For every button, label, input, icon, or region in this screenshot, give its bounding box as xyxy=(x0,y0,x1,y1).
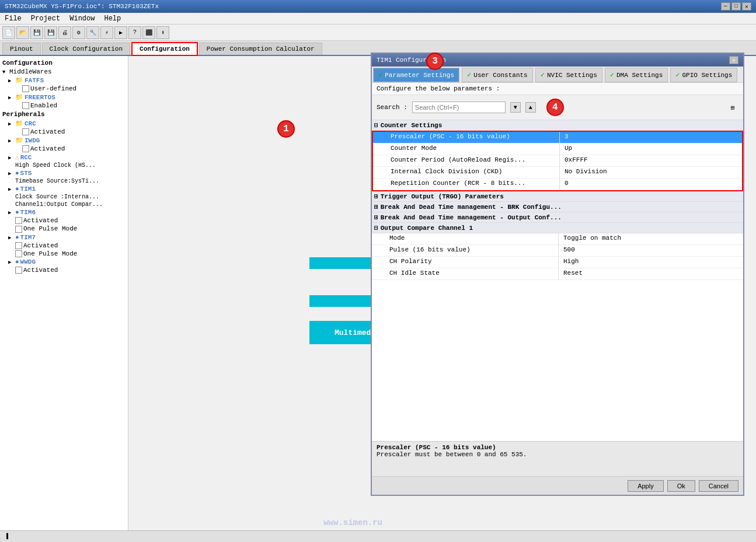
tree-freertos-enabled[interactable]: Enabled xyxy=(0,102,128,110)
ok-button[interactable]: Ok xyxy=(667,480,695,492)
param-row-counter-mode[interactable]: Counter Mode Up xyxy=(373,144,742,155)
tree-tim7[interactable]: ▶●TIM7 xyxy=(0,233,128,242)
param-value-pulse[interactable]: 500 xyxy=(559,245,743,256)
toolbar-open[interactable]: 📂 xyxy=(16,26,29,39)
counter-expand-icon: ⊟ xyxy=(374,121,378,129)
param-value-counter-period[interactable]: 0xFFFF xyxy=(560,155,742,166)
param-value-ch-idle[interactable]: Reset xyxy=(559,268,743,279)
param-row-prescaler[interactable]: Prescaler (PSC - 16 bits value) 3 xyxy=(373,132,742,144)
param-row-mode[interactable]: Mode Toggle on match xyxy=(372,233,743,245)
grid-icon[interactable]: ⊞ xyxy=(727,102,738,113)
tree-wwdg[interactable]: ▶●WWDG xyxy=(0,258,128,266)
tab-power[interactable]: Power Consumption Calculator xyxy=(199,43,322,55)
param-value-mode[interactable]: Toggle on match xyxy=(559,233,743,244)
tree-tim1-channel: Channel1:Output Compar... xyxy=(0,201,128,208)
search-up-btn[interactable]: ▲ xyxy=(525,102,536,113)
param-name-counter-period: Counter Period (AutoReload Regis... xyxy=(373,155,560,166)
param-value-clock-div[interactable]: No Division xyxy=(560,167,742,178)
bottom-bar: ▐ xyxy=(0,530,756,542)
break-dead-time1-header[interactable]: ⊞ Break And Dead Time management - BRK C… xyxy=(372,202,743,212)
param-row-pulse[interactable]: Pulse (16 bits value) 500 xyxy=(372,245,743,257)
param-value-ch-polarity[interactable]: High xyxy=(559,257,743,268)
param-name-counter-mode: Counter Mode xyxy=(373,144,560,155)
tab-dma-settings[interactable]: ✓ DMA Settings xyxy=(605,68,668,82)
tim1-dialog: TIM1 Configuration ✕ ✓ Parameter Setting… xyxy=(371,53,744,496)
toolbar-btn6[interactable]: 🔧 xyxy=(86,26,99,39)
tab-configuration[interactable]: Configuration xyxy=(131,42,198,56)
tree-rcc[interactable]: ▶⚠RCC xyxy=(0,153,128,162)
tab-nvic-settings[interactable]: ✓ NVIC Settings xyxy=(535,68,602,82)
tree-freertos[interactable]: ▶📁FREERTOS xyxy=(0,93,128,102)
tree-sts[interactable]: ▶●STS xyxy=(0,169,128,177)
toolbar-new[interactable]: 📄 xyxy=(2,26,15,39)
output-compare-header[interactable]: ⊟ Output Compare Channel 1 xyxy=(372,223,743,233)
search-label: Search : xyxy=(377,104,407,111)
tree-tim6[interactable]: ▶●TIM6 xyxy=(0,208,128,216)
annotation-1: 1 xyxy=(277,120,295,138)
menu-help[interactable]: Help xyxy=(99,13,126,24)
bdt1-expand-icon: ⊞ xyxy=(374,203,378,211)
tree-iwdg[interactable]: ▶📁IWDG xyxy=(0,136,128,145)
tree-crc-activated[interactable]: Activated xyxy=(0,128,128,136)
toolbar-btn5[interactable]: ⚙ xyxy=(72,26,85,39)
tree-wwdg-activated[interactable]: Activated xyxy=(0,266,128,274)
dialog-status: Prescaler (PSC - 16 bits value) Prescale… xyxy=(372,441,743,476)
param-value-prescaler[interactable]: 3 xyxy=(560,132,742,143)
search-down-btn[interactable]: ▼ xyxy=(510,102,521,113)
tree-rcc-hsc: High Speed Clock (HS... xyxy=(0,162,128,169)
tab-user-constants[interactable]: ✓ User Constants xyxy=(462,68,533,82)
cancel-button[interactable]: Cancel xyxy=(699,480,738,492)
menu-project[interactable]: Project xyxy=(26,13,65,24)
toolbar-btn7[interactable]: ⚡ xyxy=(100,26,113,39)
toolbar-btn9[interactable]: ? xyxy=(128,26,141,39)
tree-middlewares[interactable]: ▼MiddleWares xyxy=(0,68,128,76)
tree-fatfs-userdefined[interactable]: User-defined xyxy=(0,85,128,93)
break-dead-time2-header[interactable]: ⊞ Break And Dead Time management - Outpu… xyxy=(372,212,743,223)
maximize-button[interactable]: □ xyxy=(731,2,741,11)
menu-bar: File Project Window Help xyxy=(0,13,756,25)
annotation-4: 4 xyxy=(546,99,564,116)
trigger-expand-icon: ⊞ xyxy=(374,193,378,200)
apply-button[interactable]: Apply xyxy=(628,480,664,492)
param-value-repetition[interactable]: 0 xyxy=(560,179,742,190)
dialog-footer: Apply Ok Cancel xyxy=(372,476,743,495)
tree-fatfs[interactable]: ▶📁FATFS xyxy=(0,76,128,85)
menu-file[interactable]: File xyxy=(0,13,26,24)
param-row-ch-idle[interactable]: CH Idle State Reset xyxy=(372,268,743,280)
toolbar-save3[interactable]: 🖨 xyxy=(58,26,71,39)
param-value-counter-mode[interactable]: Up xyxy=(560,144,742,155)
tab-gpio-settings[interactable]: ✓ GPIO Settings xyxy=(670,68,737,82)
toolbar-save[interactable]: 💾 xyxy=(30,26,43,39)
search-input[interactable] xyxy=(412,102,506,113)
tree-tim7-activated[interactable]: Activated xyxy=(0,242,128,250)
toolbar-btn11[interactable]: ⬇ xyxy=(156,26,169,39)
tree-tim6-opm[interactable]: One Pulse Mode xyxy=(0,225,128,233)
minimize-button[interactable]: — xyxy=(721,2,730,11)
counter-settings-header[interactable]: ⊟ Counter Settings xyxy=(372,120,743,131)
tab-clock-config[interactable]: Clock Configuration xyxy=(42,43,130,55)
trigger-output-header[interactable]: ⊞ Trigger Output (TRGO) Parameters xyxy=(372,191,743,202)
param-name-repetition: Repetition Counter (RCR - 8 bits... xyxy=(373,179,560,190)
close-button[interactable]: ✕ xyxy=(742,2,751,11)
annotation-3: 3 xyxy=(426,53,444,70)
param-name-clock-div: Internal Clock Division (CKD) xyxy=(373,167,560,178)
tab-parameter-settings[interactable]: ✓ Parameter Settings xyxy=(373,68,459,82)
toolbar-btn8[interactable]: ▶ xyxy=(114,26,127,39)
param-row-repetition[interactable]: Repetition Counter (RCR - 8 bits... 0 xyxy=(373,179,742,190)
dialog-close-button[interactable]: ✕ xyxy=(729,56,738,64)
tree-tim1[interactable]: ▶●TIM1 xyxy=(0,185,128,193)
param-row-counter-period[interactable]: Counter Period (AutoReload Regis... 0xFF… xyxy=(373,155,742,167)
left-panel: Configuration ▼MiddleWares ▶📁FATFS User-… xyxy=(0,56,128,542)
oc-expand-icon: ⊟ xyxy=(374,224,378,232)
tab-pinout[interactable]: Pinout xyxy=(2,43,41,55)
tree-tim6-activated[interactable]: Activated xyxy=(0,216,128,225)
param-row-ch-polarity[interactable]: CH Polarity High xyxy=(372,257,743,268)
menu-window[interactable]: Window xyxy=(65,13,99,24)
param-name-pulse: Pulse (16 bits value) xyxy=(372,245,559,256)
tree-iwdg-activated[interactable]: Activated xyxy=(0,145,128,153)
toolbar-btn10[interactable]: ⬛ xyxy=(142,26,155,39)
param-row-clock-div[interactable]: Internal Clock Division (CKD) No Divisio… xyxy=(373,167,742,179)
tree-tim7-opm[interactable]: One Pulse Mode xyxy=(0,250,128,258)
tree-crc[interactable]: ▶📁CRC xyxy=(0,119,128,128)
toolbar-save2[interactable]: 💾 xyxy=(44,26,57,39)
